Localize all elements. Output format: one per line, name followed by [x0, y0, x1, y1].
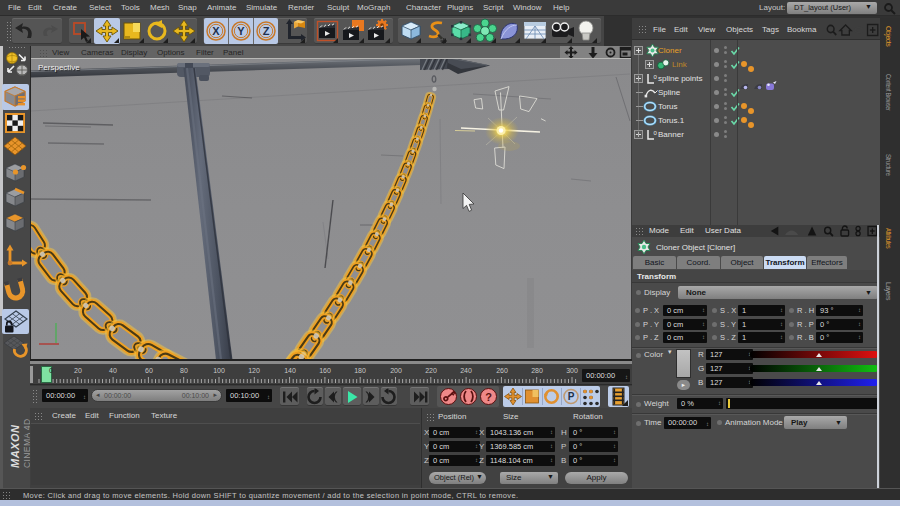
svg-text:Z: Z: [263, 25, 270, 37]
svg-text:X: X: [212, 25, 220, 37]
svg-text:0: 0: [654, 130, 658, 136]
svg-text:Y: Y: [237, 25, 245, 37]
svg-text:?: ?: [485, 391, 492, 403]
svg-text:P: P: [568, 391, 575, 402]
svg-text:0: 0: [654, 74, 658, 80]
